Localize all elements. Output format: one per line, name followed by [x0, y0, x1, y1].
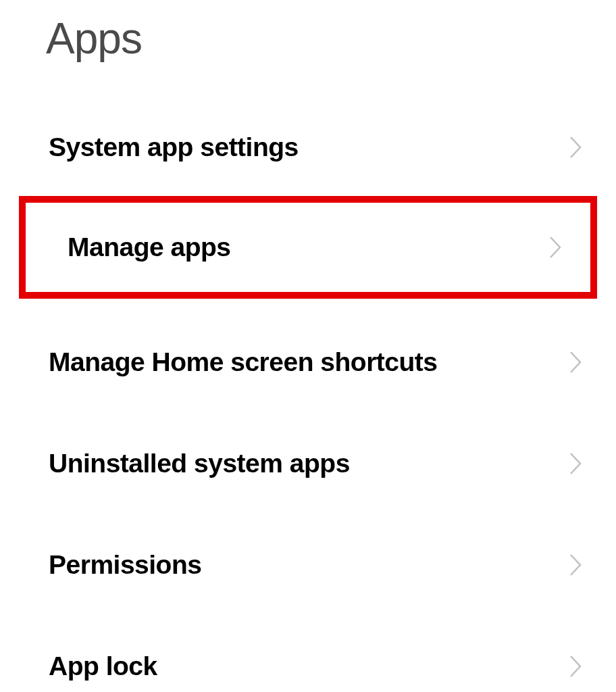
chevron-right-icon: [569, 135, 582, 159]
page-title: Apps: [0, 0, 616, 104]
item-label: Manage apps: [68, 232, 231, 262]
item-label: App lock: [49, 651, 157, 681]
spacer: [0, 507, 616, 522]
settings-list: System app settings Manage apps Manage H…: [0, 104, 616, 692]
settings-item-app-lock[interactable]: App lock: [0, 623, 616, 692]
chevron-right-icon: [548, 235, 562, 260]
settings-item-uninstalled-system-apps[interactable]: Uninstalled system apps: [0, 420, 616, 507]
chevron-right-icon: [569, 553, 582, 577]
chevron-right-icon: [569, 451, 582, 476]
item-label: Permissions: [49, 550, 201, 580]
settings-item-permissions[interactable]: Permissions: [0, 522, 616, 608]
item-label: Uninstalled system apps: [49, 449, 350, 478]
spacer: [0, 304, 616, 319]
settings-item-system-app-settings[interactable]: System app settings: [0, 104, 616, 191]
item-label: Manage Home screen shortcuts: [49, 347, 438, 377]
item-label: System app settings: [49, 132, 299, 162]
spacer: [0, 405, 616, 420]
settings-item-manage-home-shortcuts[interactable]: Manage Home screen shortcuts: [0, 319, 616, 405]
spacer: [0, 608, 616, 623]
chevron-right-icon: [569, 654, 582, 678]
chevron-right-icon: [569, 350, 582, 374]
settings-screen: Apps System app settings Manage apps Man…: [0, 0, 616, 692]
settings-item-manage-apps[interactable]: Manage apps: [19, 196, 597, 299]
